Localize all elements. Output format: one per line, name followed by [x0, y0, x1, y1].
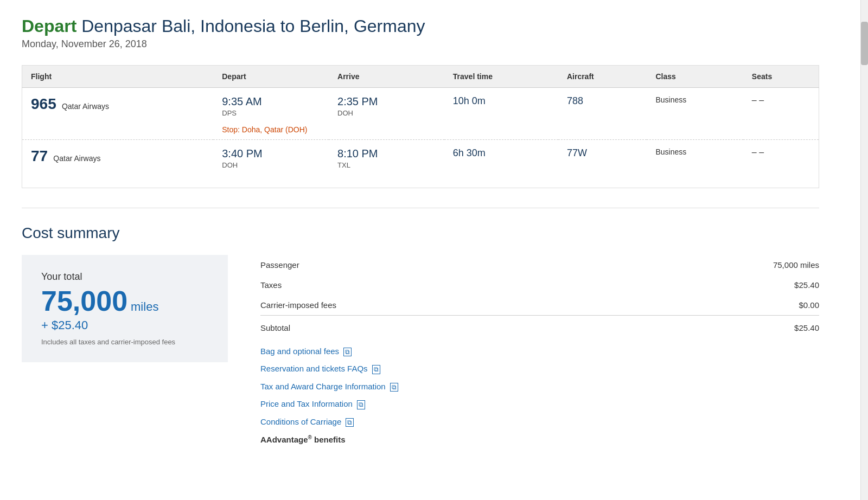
col-aircraft: Aircraft — [558, 66, 647, 88]
cost-details: Passenger 75,000 miles Taxes $25.40 Carr… — [260, 255, 819, 444]
links-section: Bag and optional fees ⧉Reservation and t… — [260, 347, 819, 427]
reservation-faqs-link[interactable]: Reservation and tickets FAQs ⧉ — [260, 364, 819, 374]
flight-table: Flight Depart Arrive Travel time Aircraf… — [22, 65, 819, 188]
section-divider — [22, 208, 819, 208]
cost-row: Carrier-imposed fees $0.00 — [260, 295, 819, 316]
class-text: Business — [655, 148, 734, 156]
arrive-airport: DOH — [337, 109, 436, 117]
total-miles-unit: miles — [131, 300, 158, 313]
stop-info-cell: Stop: Doha, Qatar (DOH) — [213, 125, 819, 140]
flight-date: Monday, November 26, 2018 — [22, 39, 819, 50]
cost-value: $25.40 — [754, 280, 819, 290]
total-box: Your total 75,000miles + $25.40 Includes… — [22, 255, 228, 362]
cost-layout: Your total 75,000miles + $25.40 Includes… — [22, 255, 819, 444]
depart-cell: 9:35 AM DPS — [213, 88, 329, 125]
arrive-time: 2:35 PM — [337, 95, 436, 108]
seats-cell: – – — [743, 140, 819, 177]
col-arrive: Arrive — [329, 66, 444, 88]
cost-value: $25.40 — [754, 323, 819, 332]
external-link-icon: ⧉ — [390, 383, 398, 392]
travel-time: 6h 30m — [453, 148, 550, 159]
depart-airport: DPS — [222, 109, 320, 117]
cost-label: Carrier-imposed fees — [260, 300, 336, 310]
external-link-icon: ⧉ — [346, 418, 354, 427]
depart-time: 3:40 PM — [222, 148, 320, 160]
flight-number-cell: 77 Qatar Airways — [22, 140, 214, 177]
table-row: 77 Qatar Airways 3:40 PM DOH 8:10 PM TXL… — [22, 140, 819, 177]
aircraft-cell: 77W — [558, 140, 647, 177]
flight-number-cell: 965 Qatar Airways — [22, 88, 214, 125]
table-row: 965 Qatar Airways 9:35 AM DPS 2:35 PM DO… — [22, 88, 819, 125]
price-tax-link[interactable]: Price and Tax Information ⧉ — [260, 399, 819, 409]
class-cell: Business — [647, 140, 743, 177]
depart-word: Depart — [22, 16, 76, 36]
bag-fees-link[interactable]: Bag and optional fees ⧉ — [260, 347, 819, 356]
travel-time: 10h 0m — [453, 95, 550, 107]
table-header-row: Flight Depart Arrive Travel time Aircraf… — [22, 66, 819, 88]
cost-row: Subtotal $25.40 — [260, 318, 819, 338]
airline-name: Qatar Airways — [62, 102, 109, 111]
stop-info: Stop: Doha, Qatar (DOH) — [222, 125, 307, 134]
total-miles-line: 75,000miles — [41, 287, 208, 315]
arrive-airport: TXL — [337, 161, 436, 169]
page-title: Depart Denpasar Bali, Indonesia to Berli… — [22, 16, 819, 36]
flight-number: 965 — [31, 95, 56, 112]
cost-row: Taxes $25.40 — [260, 275, 819, 295]
cost-label: Subtotal — [260, 323, 290, 332]
cost-label: Taxes — [260, 280, 282, 290]
seats-text: – – — [752, 95, 810, 105]
seats-text: – – — [752, 148, 810, 157]
airline-name: Qatar Airways — [53, 154, 100, 163]
stop-row: Stop: Doha, Qatar (DOH) — [22, 125, 819, 140]
scrollbar[interactable] — [860, 0, 868, 460]
depart-time: 9:35 AM — [222, 95, 320, 108]
arrive-cell: 8:10 PM TXL — [329, 140, 444, 177]
external-link-icon: ⧉ — [343, 348, 352, 356]
col-travel-time: Travel time — [444, 66, 558, 88]
stop-spacer — [22, 125, 214, 140]
arrive-time: 8:10 PM — [337, 148, 436, 160]
aadvantage-label: AAdvantage® benefits — [260, 434, 819, 444]
aircraft-cell: 788 — [558, 88, 647, 125]
cost-summary-title: Cost summary — [22, 225, 819, 242]
total-miles-value: 75,000 — [41, 285, 127, 317]
class-cell: Business — [647, 88, 743, 125]
external-link-icon: ⧉ — [372, 365, 380, 374]
aircraft-code: 788 — [567, 95, 638, 107]
col-depart: Depart — [213, 66, 329, 88]
flight-number: 77 — [31, 148, 48, 164]
total-label: Your total — [41, 271, 208, 283]
class-text: Business — [655, 95, 734, 104]
cost-row: Passenger 75,000 miles — [260, 255, 819, 275]
scrollbar-thumb[interactable] — [861, 22, 868, 65]
total-note: Includes all taxes and carrier-imposed f… — [41, 338, 208, 346]
conditions-link[interactable]: Conditions of Carriage ⧉ — [260, 417, 819, 427]
seats-cell: – – — [743, 88, 819, 125]
col-class: Class — [647, 66, 743, 88]
total-plus-cash: + $25.40 — [41, 318, 208, 332]
depart-cell: 3:40 PM DOH — [213, 140, 329, 177]
cost-value: $0.00 — [754, 300, 819, 310]
depart-airport: DOH — [222, 161, 320, 169]
cost-value: 75,000 miles — [754, 260, 819, 270]
cost-label: Passenger — [260, 260, 299, 270]
col-seats: Seats — [743, 66, 819, 88]
travel-time-cell: 10h 0m — [444, 88, 558, 125]
aircraft-code: 77W — [567, 148, 638, 159]
tax-info-link[interactable]: Tax and Award Charge Information ⧉ — [260, 382, 819, 392]
col-flight: Flight — [22, 66, 214, 88]
travel-time-cell: 6h 30m — [444, 140, 558, 177]
external-link-icon: ⧉ — [357, 400, 365, 409]
arrive-cell: 2:35 PM DOH — [329, 88, 444, 125]
